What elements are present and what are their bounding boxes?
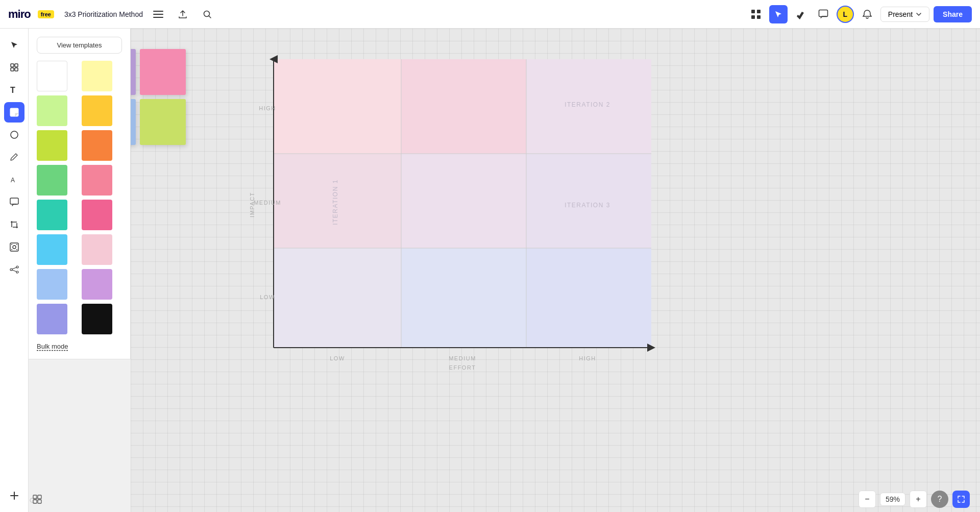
canvas[interactable]: HIGH MEDIUM LOW IMPACT LOW MEDIUM HIGH E…: [131, 29, 980, 512]
svg-rect-6: [757, 10, 761, 13]
templates-icon: [10, 242, 19, 252]
export-icon: [178, 10, 187, 19]
reactions-button[interactable]: [792, 5, 810, 23]
apps-button[interactable]: [747, 5, 765, 23]
share-button[interactable]: Share: [934, 6, 972, 22]
svg-rect-9: [819, 10, 827, 16]
export-button[interactable]: [174, 5, 192, 23]
crop-tool[interactable]: [4, 214, 24, 235]
color-blush[interactable]: [82, 234, 112, 265]
svg-rect-2: [153, 17, 163, 18]
sticky-note-purple[interactable]: [131, 49, 136, 95]
color-orange[interactable]: [82, 130, 112, 161]
sticky-note-blue[interactable]: [131, 99, 136, 145]
comments-tool[interactable]: [4, 192, 24, 212]
svg-point-26: [16, 244, 17, 245]
cell-low-medium: [401, 248, 526, 348]
color-pink-light[interactable]: [82, 165, 112, 196]
chevron-down-icon: [916, 11, 922, 17]
color-light-green[interactable]: [37, 95, 67, 126]
add-tool[interactable]: [4, 485, 24, 506]
search-icon: [203, 10, 212, 19]
color-purple[interactable]: [37, 304, 67, 334]
cursor-button[interactable]: [769, 5, 788, 23]
crop-icon: [10, 220, 19, 229]
sticky-panel: View templates Bulk mode: [29, 29, 131, 359]
x-axis-title: EFFORT: [449, 364, 476, 371]
iteration2-label: ITERATION 2: [565, 101, 610, 108]
svg-point-24: [13, 246, 16, 249]
sticky-note-green[interactable]: [140, 99, 186, 145]
color-sky[interactable]: [37, 234, 67, 265]
svg-point-27: [11, 249, 12, 250]
svg-rect-0: [153, 11, 163, 12]
matrix-svg: HIGH MEDIUM LOW IMPACT LOW MEDIUM HIGH E…: [248, 54, 667, 371]
color-grid: [37, 61, 122, 334]
zoom-level-display[interactable]: 59%: [880, 493, 905, 506]
logo: miro: [8, 8, 31, 21]
svg-rect-11: [15, 64, 18, 67]
iteration3-label: ITERATION 3: [565, 202, 610, 209]
color-green[interactable]: [37, 165, 67, 196]
comment-tool-icon: [10, 198, 19, 207]
svg-line-33: [12, 270, 16, 272]
connections-tool[interactable]: [4, 259, 24, 280]
zoom-plus-button[interactable]: +: [910, 491, 927, 508]
sticky-tool[interactable]: [4, 102, 24, 123]
connections-icon: [10, 265, 19, 274]
color-lime[interactable]: [37, 130, 67, 161]
svg-point-29: [10, 269, 12, 271]
cell-medium-medium: [401, 154, 526, 248]
header-right: L Present Share: [747, 5, 972, 23]
notifications-button[interactable]: [858, 5, 876, 23]
pen-icon: [10, 153, 18, 161]
text-tool[interactable]: T: [4, 80, 24, 100]
color-black[interactable]: [82, 304, 112, 334]
color-white[interactable]: [37, 61, 67, 91]
svg-point-16: [11, 131, 18, 138]
sticky-note-pink[interactable]: [140, 49, 186, 95]
bottom-bar: − 59% + ?: [29, 486, 980, 512]
svg-text:A: A: [11, 177, 15, 184]
view-templates-button[interactable]: View templates: [37, 37, 122, 54]
avatar[interactable]: L: [837, 6, 854, 23]
svg-rect-7: [751, 15, 755, 19]
expand-button[interactable]: [952, 491, 970, 508]
expand-icon: [957, 495, 965, 503]
cell-high-medium: [401, 59, 526, 154]
templates-tool[interactable]: [4, 237, 24, 257]
shapes-tool[interactable]: [4, 125, 24, 145]
svg-rect-5: [751, 10, 755, 13]
plan-badge: free: [38, 10, 54, 18]
color-amber[interactable]: [82, 95, 112, 126]
shapes-icon: [10, 130, 19, 139]
select-tool[interactable]: [4, 35, 24, 55]
search-button[interactable]: [198, 5, 216, 23]
zoom-minus-button[interactable]: −: [859, 491, 876, 508]
cell-high-low: [274, 59, 401, 154]
reactions-icon: [796, 9, 806, 19]
present-button[interactable]: Present: [880, 7, 929, 22]
svg-rect-12: [11, 68, 14, 71]
color-teal[interactable]: [37, 200, 67, 230]
color-pink[interactable]: [82, 200, 112, 230]
matrix-chart: HIGH MEDIUM LOW IMPACT LOW MEDIUM HIGH E…: [248, 54, 667, 371]
hamburger-icon: [153, 11, 163, 18]
color-periwinkle[interactable]: [37, 269, 67, 300]
svg-rect-1: [153, 14, 163, 15]
eraser-tool[interactable]: A: [4, 169, 24, 190]
color-lavender[interactable]: [82, 269, 112, 300]
color-yellow[interactable]: [82, 61, 112, 91]
pen-tool[interactable]: [4, 147, 24, 167]
comments-button[interactable]: [814, 5, 832, 23]
iteration1-label: ITERATION 1: [332, 179, 339, 225]
svg-rect-8: [757, 15, 761, 19]
bulk-mode-button[interactable]: Bulk mode: [37, 343, 68, 350]
menu-button[interactable]: [149, 5, 167, 23]
frame-icon: [10, 63, 19, 72]
bell-icon: [862, 9, 872, 19]
cell-medium-high: [526, 154, 651, 248]
svg-rect-13: [15, 68, 18, 71]
help-button[interactable]: ?: [931, 491, 948, 508]
frames-tool[interactable]: [4, 57, 24, 78]
